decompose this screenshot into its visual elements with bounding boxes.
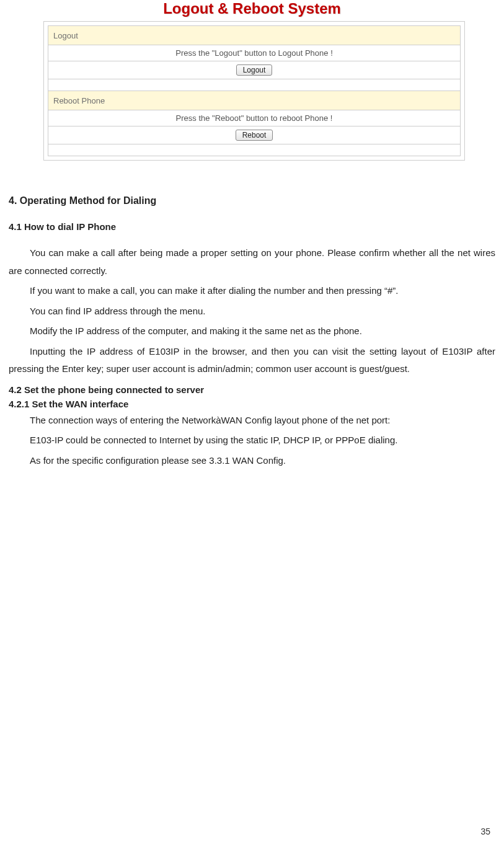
reboot-instruction: Press the "Reboot" button to reboot Phon… xyxy=(48,110,461,126)
heading-section-4-1: 4.1 How to dial IP Phone xyxy=(9,221,495,232)
reboot-section-header: Reboot Phone xyxy=(48,91,461,110)
paragraph: You can find IP address through the menu… xyxy=(9,303,495,321)
logout-button[interactable]: Logout xyxy=(236,64,273,76)
paragraph: As for the specific configuration please… xyxy=(9,452,495,470)
spacer xyxy=(48,144,461,156)
paragraph: Modify the IP address of the computer, a… xyxy=(9,322,495,340)
page-number: 35 xyxy=(480,826,490,836)
paragraph: You can make a call after being made a p… xyxy=(9,244,495,280)
heading-section-4-2-1: 4.2.1 Set the WAN interface xyxy=(9,399,495,409)
paragraph: If you want to make a call, you can make… xyxy=(9,282,495,300)
paragraph: The connection ways of entering the Netw… xyxy=(9,412,495,430)
spacer xyxy=(48,79,461,91)
document-body: 4. Operating Method for Dialing 4.1 How … xyxy=(9,195,495,469)
system-panel-title: Logout & Reboot System xyxy=(9,0,495,17)
paragraph: E103-IP could be connected to Internet b… xyxy=(9,432,495,450)
logout-section-header: Logout xyxy=(48,26,461,45)
logout-instruction: Press the "Logout" button to Logout Phon… xyxy=(48,45,461,61)
heading-section-4: 4. Operating Method for Dialing xyxy=(9,195,495,206)
heading-section-4-2: 4.2 Set the phone being connected to ser… xyxy=(9,384,495,395)
system-panel: Logout Press the "Logout" button to Logo… xyxy=(43,21,465,161)
reboot-button[interactable]: Reboot xyxy=(236,130,273,141)
paragraph: Inputting the IP address of E103IP in th… xyxy=(9,343,495,378)
